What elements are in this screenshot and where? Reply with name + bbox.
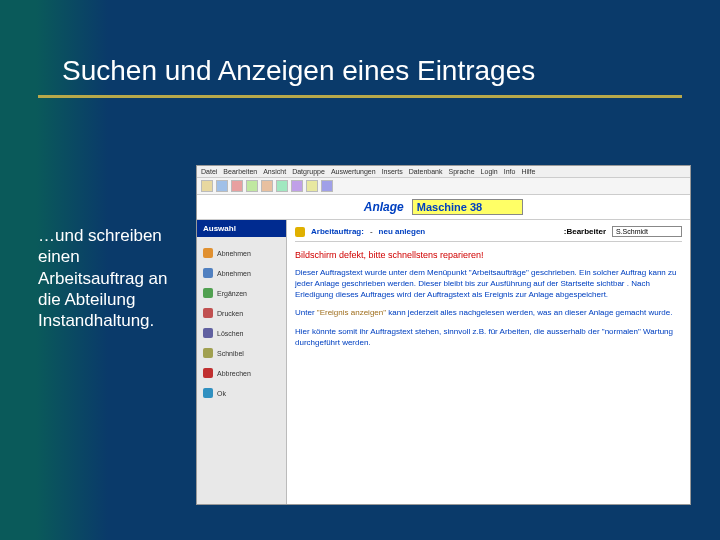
title-underline bbox=[38, 95, 682, 98]
menu-item[interactable]: Sprache bbox=[449, 168, 475, 175]
app-window: Datei Bearbeiten Ansicht Datgruppe Auswe… bbox=[196, 165, 691, 505]
sidebar-item-label: Ok bbox=[217, 390, 226, 397]
menu-item[interactable]: Datgruppe bbox=[292, 168, 325, 175]
sidebar: Auswahl Abnehmen Abnehmen Ergänzen Druck… bbox=[197, 220, 287, 504]
sidebar-item[interactable]: Ergänzen bbox=[197, 283, 286, 303]
sidebar-item-label: Ergänzen bbox=[217, 290, 247, 297]
new-order-link[interactable]: neu anlegen bbox=[379, 227, 426, 236]
sidebar-item-label: Schnibel bbox=[217, 350, 244, 357]
slide-caption: …und schreiben einen Arbeitsauftrag an d… bbox=[38, 225, 183, 331]
menu-item[interactable]: Info bbox=[504, 168, 516, 175]
sidebar-icon bbox=[203, 308, 213, 318]
sidebar-icon bbox=[203, 348, 213, 358]
menu-item[interactable]: Auswertungen bbox=[331, 168, 376, 175]
sidebar-icon bbox=[203, 368, 213, 378]
work-order-label: Arbeitauftrag: bbox=[311, 227, 364, 236]
toolbar-icon[interactable] bbox=[201, 180, 213, 192]
machine-field[interactable]: Maschine 38 bbox=[412, 199, 523, 215]
sidebar-icon bbox=[203, 328, 213, 338]
sidebar-item[interactable]: Abnehmen bbox=[197, 263, 286, 283]
toolbar-icon[interactable] bbox=[231, 180, 243, 192]
sidebar-item[interactable]: Abnehmen bbox=[197, 243, 286, 263]
alert-text: Bildschirm defekt, bitte schnellstens re… bbox=[295, 250, 682, 260]
menu-item[interactable]: Datenbank bbox=[409, 168, 443, 175]
toolbar-icon[interactable] bbox=[261, 180, 273, 192]
sidebar-icon bbox=[203, 388, 213, 398]
bearbeiter-field[interactable]: S.Schmidt bbox=[612, 226, 682, 237]
menu-item[interactable]: Bearbeiten bbox=[223, 168, 257, 175]
toolbar-icon[interactable] bbox=[276, 180, 288, 192]
menubar: Datei Bearbeiten Ansicht Datgruppe Auswe… bbox=[197, 166, 690, 178]
sidebar-item-label: Abnehmen bbox=[217, 250, 251, 257]
slide-title: Suchen und Anzeigen eines Eintrages bbox=[0, 0, 720, 95]
para2-pre: Unter bbox=[295, 308, 317, 317]
sidebar-item-label: Drucken bbox=[217, 310, 243, 317]
toolbar bbox=[197, 178, 690, 195]
bearbeiter-label: :Bearbeiter bbox=[564, 227, 606, 236]
content-area: Arbeitauftrag: - neu anlegen :Bearbeiter… bbox=[287, 220, 690, 504]
menu-item[interactable]: Inserts bbox=[382, 168, 403, 175]
header-row: Anlage Maschine 38 bbox=[197, 195, 690, 220]
body-paragraph-1: Dieser Auftragstext wurde unter dem Menü… bbox=[295, 268, 682, 300]
sidebar-icon bbox=[203, 288, 213, 298]
para2-post: kann jederzeit alles nachgelesen werden,… bbox=[386, 308, 672, 317]
sidebar-item[interactable]: Ok bbox=[197, 383, 286, 403]
work-order-icon bbox=[295, 227, 305, 237]
sidebar-item-label: Löschen bbox=[217, 330, 243, 337]
sidebar-icon bbox=[203, 248, 213, 258]
menu-item[interactable]: Hilfe bbox=[521, 168, 535, 175]
toolbar-icon[interactable] bbox=[246, 180, 258, 192]
menu-item[interactable]: Login bbox=[481, 168, 498, 175]
toolbar-icon[interactable] bbox=[291, 180, 303, 192]
toolbar-icon[interactable] bbox=[306, 180, 318, 192]
sidebar-item-label: Abnehmen bbox=[217, 270, 251, 277]
sidebar-icon bbox=[203, 268, 213, 278]
sidebar-item[interactable]: Löschen bbox=[197, 323, 286, 343]
work-order-row: Arbeitauftrag: - neu anlegen :Bearbeiter… bbox=[295, 226, 682, 242]
toolbar-icon[interactable] bbox=[321, 180, 333, 192]
para2-em: "Ereignis anzeigen" bbox=[317, 308, 386, 317]
sidebar-title: Auswahl bbox=[197, 220, 286, 237]
anlage-label: Anlage bbox=[364, 200, 404, 214]
sidebar-item-label: Abbrechen bbox=[217, 370, 251, 377]
menu-item[interactable]: Datei bbox=[201, 168, 217, 175]
sidebar-item[interactable]: Schnibel bbox=[197, 343, 286, 363]
toolbar-icon[interactable] bbox=[216, 180, 228, 192]
body-paragraph-3: Hier könnte somit ihr Auftragstext stehe… bbox=[295, 327, 682, 349]
menu-item[interactable]: Ansicht bbox=[263, 168, 286, 175]
sidebar-item[interactable]: Drucken bbox=[197, 303, 286, 323]
body-paragraph-2: Unter "Ereignis anzeigen" kann jederzeit… bbox=[295, 308, 682, 319]
work-order-dash: - bbox=[370, 227, 373, 236]
sidebar-item[interactable]: Abbrechen bbox=[197, 363, 286, 383]
